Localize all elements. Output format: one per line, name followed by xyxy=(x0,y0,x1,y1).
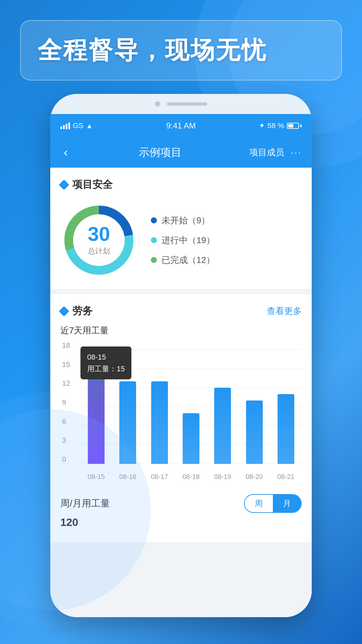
speaker-grille xyxy=(167,102,207,106)
legend-dot-not-started xyxy=(151,217,157,223)
bar-label-0818: 08-18 xyxy=(182,473,199,481)
y-label-12: 12 xyxy=(62,379,70,388)
bar-label-0821: 08-21 xyxy=(277,473,294,481)
bar-0815[interactable] xyxy=(88,369,105,464)
labor-section: 劳务 查看更多 近7天用工量 0 3 6 xyxy=(50,294,312,542)
nav-bar: ‹ 示例项目 项目成员 ··· xyxy=(50,138,312,168)
signal-icon xyxy=(60,122,70,129)
legend-dot-completed xyxy=(151,257,157,263)
bar-label-0820: 08-20 xyxy=(246,473,263,481)
bar-0820[interactable] xyxy=(246,400,263,464)
period-header: 周/月用工量 周 月 xyxy=(60,494,302,513)
legend-item-completed: 已完成（12） xyxy=(151,254,302,266)
content-area: 项目安全 xyxy=(50,168,312,617)
bar-group-0820: 08-20 xyxy=(238,350,270,464)
donut-chart: 30 总计划 xyxy=(60,202,137,279)
signal-bar-2 xyxy=(63,125,65,129)
bar-group-0819: 08-19 xyxy=(207,350,238,464)
y-label-6: 6 xyxy=(62,417,66,426)
view-more-button[interactable]: 查看更多 xyxy=(267,305,302,317)
nav-title: 示例项目 xyxy=(71,145,249,160)
battery-fill xyxy=(288,124,293,127)
phone-top-bar xyxy=(50,94,312,114)
bar-label-0819: 08-19 xyxy=(214,473,231,481)
period-btn-month[interactable]: 月 xyxy=(273,495,301,512)
header-banner: 全程督导，现场无忧 xyxy=(20,20,342,80)
period-title: 周/月用工量 xyxy=(60,497,110,510)
nav-right-actions: 项目成员 ··· xyxy=(249,147,302,158)
donut-center: 30 总计划 xyxy=(88,224,110,256)
carrier-label: GS xyxy=(73,121,83,130)
donut-number: 30 xyxy=(88,224,110,244)
battery-tip xyxy=(300,124,302,127)
status-time: 9:41 AM xyxy=(141,121,221,130)
more-menu-button[interactable]: ··· xyxy=(291,147,302,158)
labor-header: 劳务 查看更多 xyxy=(60,304,302,318)
project-safety-label: 项目安全 xyxy=(72,178,113,192)
period-toggle: 周 月 xyxy=(244,494,302,513)
bar-0817[interactable] xyxy=(151,381,168,464)
battery-icon xyxy=(287,123,302,129)
status-right: ✦ 58 % xyxy=(221,121,302,130)
status-left: GS ▲ xyxy=(60,121,141,130)
legend-label-in-progress: 进行中（19） xyxy=(162,234,215,246)
phone-mockup: GS ▲ 9:41 AM ✦ 58 % ‹ 示例项目 项目成员 ··· xyxy=(50,94,312,617)
chart-subtitle: 近7天用工量 xyxy=(60,325,302,336)
bar-group-0821: 08-21 xyxy=(270,350,302,464)
labor-title: 劳务 xyxy=(60,304,93,318)
chart-legend: 未开始（9） 进行中（19） 已完成（12） xyxy=(151,215,302,266)
bars-area: 08-15 用工量：15 08-15 08-16 xyxy=(80,350,302,464)
bar-0819[interactable] xyxy=(214,388,231,464)
banner-text: 全程督导，现场无忧 xyxy=(38,34,324,66)
wifi-icon: ▲ xyxy=(86,122,93,130)
bar-0818[interactable] xyxy=(183,413,199,464)
legend-dot-in-progress xyxy=(151,237,157,243)
nav-member-label[interactable]: 项目成员 xyxy=(249,147,284,158)
y-label-15: 15 xyxy=(62,360,70,369)
y-label-9: 9 xyxy=(62,398,66,407)
bar-chart-container: 0 3 6 9 12 15 xyxy=(60,343,302,484)
bar-label-0815: 08-15 xyxy=(88,473,105,481)
bar-group-0815: 08-15 用工量：15 08-15 xyxy=(80,350,112,464)
battery-body xyxy=(287,123,299,129)
signal-bar-1 xyxy=(60,126,62,129)
project-safety-title: 项目安全 xyxy=(60,178,302,192)
battery-percent: 58 % xyxy=(267,121,284,130)
y-label-0: 0 xyxy=(62,455,66,464)
status-bar: GS ▲ 9:41 AM ✦ 58 % xyxy=(50,114,312,138)
bluetooth-icon: ✦ xyxy=(259,121,265,130)
period-value: 120 xyxy=(60,516,302,529)
bar-group-0818: 08-18 xyxy=(175,350,207,464)
chart-grid: 0 3 6 9 12 15 xyxy=(80,350,302,464)
legend-item-in-progress: 进行中（19） xyxy=(151,234,302,246)
period-btn-week[interactable]: 周 xyxy=(245,495,273,512)
diamond-icon xyxy=(59,179,69,190)
bar-group-0816: 08-16 xyxy=(112,350,143,464)
signal-bar-3 xyxy=(66,124,67,129)
front-camera xyxy=(155,101,160,107)
legend-label-completed: 已完成（12） xyxy=(162,254,215,266)
y-label-3: 3 xyxy=(62,436,66,445)
back-button[interactable]: ‹ xyxy=(60,142,71,163)
signal-bar-4 xyxy=(68,122,70,129)
project-safety-card: 项目安全 xyxy=(50,168,312,289)
labor-label: 劳务 xyxy=(72,304,93,318)
y-label-18: 18 xyxy=(62,341,70,350)
donut-label: 总计划 xyxy=(88,246,110,256)
donut-section: 30 总计划 未开始（9） 进行中（19） xyxy=(60,202,302,279)
bar-group-0817: 08-17 xyxy=(144,350,175,464)
bar-0816[interactable] xyxy=(119,381,136,464)
bar-label-0817: 08-17 xyxy=(151,473,168,481)
period-section: 周/月用工量 周 月 120 xyxy=(60,484,302,532)
legend-label-not-started: 未开始（9） xyxy=(162,215,210,226)
legend-item-not-started: 未开始（9） xyxy=(151,215,302,226)
bar-0821[interactable] xyxy=(278,394,294,464)
bar-label-0816: 08-16 xyxy=(119,473,136,481)
labor-diamond-icon xyxy=(59,306,69,316)
